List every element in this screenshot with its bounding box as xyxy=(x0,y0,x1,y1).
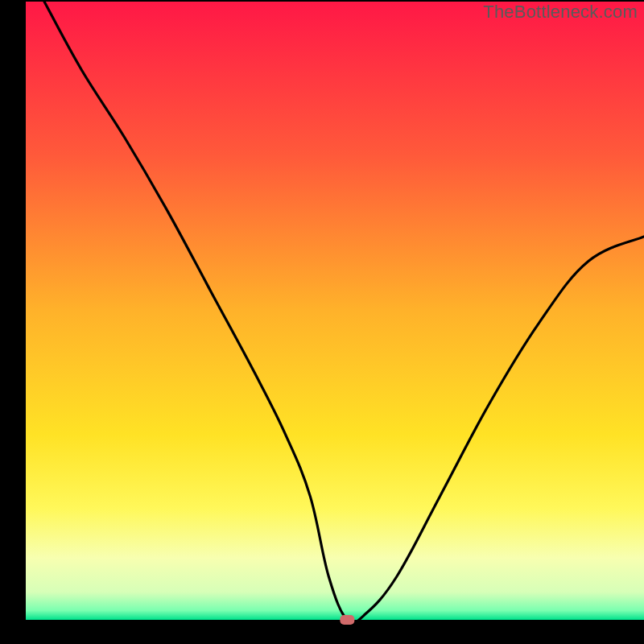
plot-background xyxy=(26,2,644,620)
optimum-marker xyxy=(340,615,354,625)
watermark-text: TheBottleneck.com xyxy=(483,2,638,23)
chart-svg xyxy=(0,0,644,644)
chart-frame: TheBottleneck.com xyxy=(0,0,644,644)
